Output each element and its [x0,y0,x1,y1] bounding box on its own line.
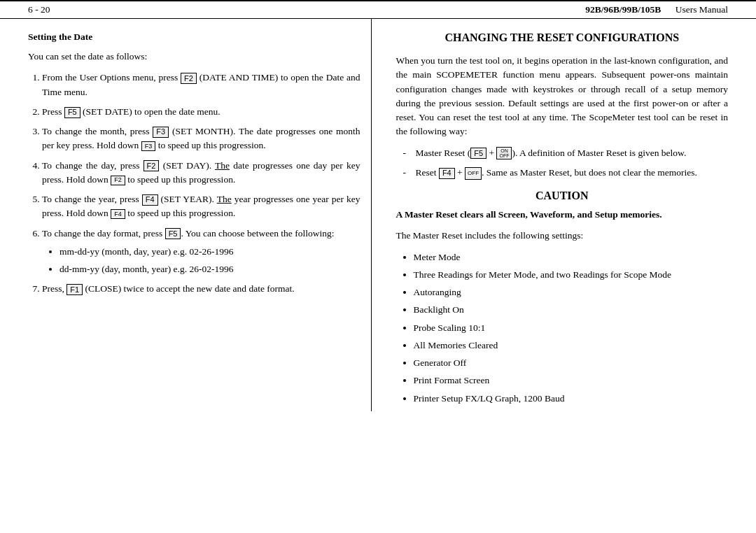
model-manual: 92B/96B/99B/105B Users Manual [585,4,728,15]
format-list: mm-dd-yy (month, day, year) e.g. 02-26-1… [59,245,360,277]
key-f4-reset: F4 [439,168,455,179]
key-f2: F2 [181,73,197,84]
right-column: CHANGING THE RESET CONFIGURATIONS When y… [393,19,729,411]
page-header: 6 - 20 92B/96B/99B/105B Users Manual [0,0,756,19]
list-item: To change the day, press F2 (SET DAY). T… [42,159,360,187]
dash-symbol: - [403,146,416,160]
list-item: To change the day format, press F5. You … [42,227,360,277]
page: 6 - 20 92B/96B/99B/105B Users Manual Set… [0,0,756,533]
left-column: Setting the Date You can set the date as… [28,19,372,411]
page-number: 6 - 20 [28,4,50,15]
key-f2-small: F2 [111,176,125,185]
list-item: Probe Scaling 10:1 [414,321,729,335]
key-f5: F5 [64,107,80,118]
caution-title: CAUTION [396,190,729,202]
list-item: Generator Off [414,356,729,370]
steps-list: From the User Options menu, press F2 (DA… [42,71,360,296]
manual-type: Users Manual [676,4,728,15]
key-off: OFF [465,167,482,180]
list-item: Print Format Screen [414,374,729,388]
reset-content: Reset F4 + OFF. Same as Master Reset, bu… [416,166,729,180]
key-f3-small: F3 [141,141,156,151]
key-f4-small: F4 [111,209,125,219]
master-reset-content: Master Reset (F5 + ONOFF). A definition … [416,146,729,160]
master-reset-item: - Master Reset (F5 + ONOFF). A definitio… [403,146,729,160]
master-reset-list: Meter Mode Three Readings for Meter Mode… [414,250,729,406]
right-section-title: CHANGING THE RESET CONFIGURATIONS [396,31,729,44]
list-item: From the User Options menu, press F2 (DA… [42,71,360,99]
right-intro: When you turn the test tool on, it begin… [396,54,729,139]
dash-symbol: - [403,166,416,180]
key-f4-year: F4 [142,194,158,206]
master-reset-intro: The Master Reset includes the following … [396,229,729,243]
list-item: Press, F1 (CLOSE) twice to accept the ne… [42,282,360,296]
key-f3: F3 [153,127,169,138]
reset-items-list: - Master Reset (F5 + ONOFF). A definitio… [403,146,729,180]
list-item: Three Readings for Meter Mode, and two R… [414,268,729,282]
section-heading-date: Setting the Date [28,31,360,43]
date-intro: You can set the date as follows: [28,50,360,64]
key-f5-reset: F5 [470,148,486,159]
key-f2-day: F2 [144,160,160,171]
key-f5-format: F5 [165,228,181,239]
list-item: To change the year, press F4 (SET YEAR).… [42,192,360,221]
list-item: Meter Mode [414,250,729,264]
list-item: To change the month, press F3 (SET MONTH… [42,125,360,153]
list-item: Autoranging [414,285,729,299]
list-item: Press F5 (SET DATE) to open the date men… [42,105,360,119]
model-number: 92B/96B/99B/105B [585,4,661,15]
list-item: Backlight On [414,303,729,317]
caution-text: A Master Reset clears all Screen, Wavefo… [396,208,729,222]
key-on-off: ONOFF [496,147,512,159]
main-content: Setting the Date You can set the date as… [0,19,756,411]
list-item: dd-mm-yy (day, month, year) e.g. 26-02-1… [59,262,360,276]
reset-item: - Reset F4 + OFF. Same as Master Reset, … [403,166,729,180]
list-item: mm-dd-yy (month, day, year) e.g. 02-26-1… [59,245,360,259]
key-f1-close: F1 [66,284,83,295]
list-item: All Memories Cleared [414,339,729,353]
list-item: Printer Setup FX/LQ Graph, 1200 Baud [414,392,729,406]
